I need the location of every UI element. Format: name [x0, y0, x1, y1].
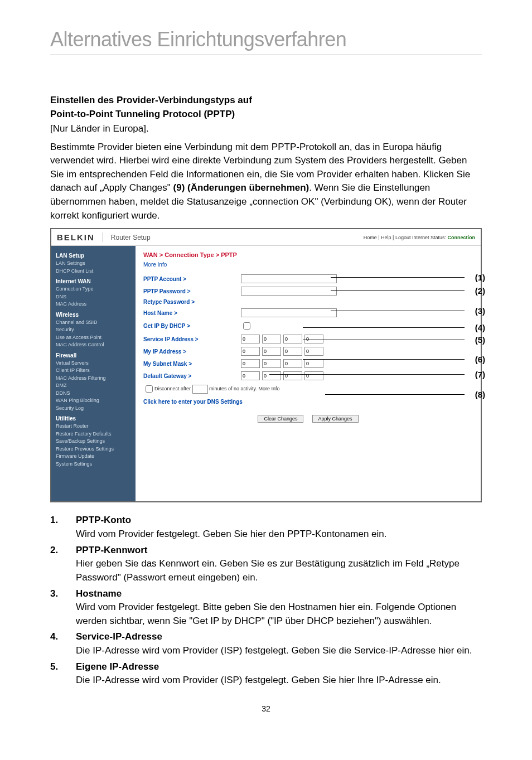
sidebar-item-mac[interactable]: MAC Address — [56, 301, 131, 308]
sidebar-item-vservers[interactable]: Virtual Servers — [56, 360, 131, 367]
sidebar-item-sys-settings[interactable]: System Settings — [56, 461, 131, 468]
sidebar-item-save-backup[interactable]: Save/Backup Settings — [56, 438, 131, 446]
label-retype-password: Retype Password > — [143, 299, 241, 305]
disc-a: Disconnect after — [154, 386, 192, 391]
desc-2: Hier geben Sie das Kennwort ein. Geben S… — [76, 557, 482, 584]
sidebar-item-ipfilters[interactable]: Client IP Filters — [56, 367, 131, 375]
label-subnet: My Subnet Mask > — [143, 361, 241, 367]
sidebar-item-restore-prev[interactable]: Restore Previous Settings — [56, 446, 131, 453]
sidebar-item-pingblock[interactable]: WAN Ping Blocking — [56, 397, 131, 405]
disconnect-checkbox[interactable] — [146, 385, 153, 393]
internet-status: Connection — [448, 235, 476, 240]
annotation-1: (1) — [475, 273, 485, 282]
sidebar-item-fw-update[interactable]: Firmware Update — [56, 453, 131, 461]
num-2: 2. — [50, 544, 76, 585]
num-4: 4. — [50, 630, 76, 657]
label-get-ip-dhcp: Get IP By DHCP > — [143, 323, 241, 329]
sidebar-item-lan-settings[interactable]: LAN Settings — [56, 260, 131, 268]
sidebar-item-dhcp-list[interactable]: DHCP Client List — [56, 268, 131, 275]
annotation-7: (7) — [475, 370, 485, 379]
service-ip-3[interactable] — [283, 335, 302, 343]
annotation-8: (8) — [475, 390, 485, 399]
host-name-input[interactable] — [241, 308, 337, 317]
annotation-4: (4) — [475, 323, 485, 332]
subnet-2[interactable] — [262, 359, 281, 368]
section-paragraph: Bestimmte Provider bieten eine Verbindun… — [50, 141, 482, 223]
sidebar-cat-lan: LAN Setup — [56, 251, 131, 260]
disc-b: minutes of no activity. More Info — [208, 386, 280, 391]
gw-1[interactable] — [241, 371, 260, 380]
ss-header: BELKIN Router Setup Home | Help | Logout… — [51, 229, 481, 246]
label-gateway: Default Gateway > — [143, 373, 241, 379]
subnet-3[interactable] — [283, 359, 302, 368]
dns-settings-link[interactable]: Click here to enter your DNS Settings — [143, 399, 473, 405]
sidebar-item-security[interactable]: Security — [56, 326, 131, 334]
gw-3[interactable] — [283, 371, 302, 380]
sidebar-item-dns[interactable]: DNS — [56, 293, 131, 301]
sidebar-item-dmz[interactable]: DMZ — [56, 382, 131, 390]
my-ip-1[interactable] — [241, 347, 260, 356]
more-info-link[interactable]: More Info — [143, 262, 473, 268]
desc-4: Die IP-Adresse wird vom Provider (ISP) f… — [76, 644, 482, 658]
annotation-2: (2) — [475, 286, 485, 296]
apply-changes-button[interactable]: Apply Changes — [312, 415, 359, 423]
subnet-4[interactable] — [304, 359, 323, 368]
pptp-account-input[interactable] — [241, 274, 337, 283]
disconnect-minutes-input[interactable] — [192, 385, 208, 394]
service-ip-1[interactable] — [241, 335, 260, 343]
section-heading-line1: Einstellen des Provider-Verbindungstyps … — [50, 94, 482, 107]
sidebar-item-restart[interactable]: Restart Router — [56, 423, 131, 430]
annotation-6: (6) — [475, 355, 485, 364]
gw-4[interactable] — [304, 371, 323, 380]
my-ip-3[interactable] — [283, 347, 302, 356]
desc-1: Wird vom Provider festgelegt. Geben Sie … — [76, 527, 482, 541]
sidebar-item-restore-factory[interactable]: Restore Factory Defaults — [56, 430, 131, 438]
disconnect-row: Disconnect after minutes of no activity.… — [143, 384, 473, 394]
label-pptp-account: PPTP Account > — [143, 276, 241, 282]
service-ip-2[interactable] — [262, 335, 281, 343]
section-heading-line2: Point-to-Point Tunneling Protocol (PPTP) — [50, 108, 482, 121]
sidebar-cat-wan: Internet WAN — [56, 277, 131, 285]
belkin-logo: BELKIN — [57, 233, 103, 242]
label-service-ip: Service IP Address > — [143, 336, 241, 342]
service-ip-4[interactable] — [304, 335, 323, 343]
label-host-name: Host Name > — [143, 310, 241, 316]
sidebar-item-mac-ctrl[interactable]: MAC Address Control — [56, 341, 131, 349]
sidebar-item-conn-type[interactable]: Connection Type — [56, 285, 131, 293]
annotation-5: (5) — [475, 335, 485, 345]
breadcrumb: WAN > Connection Type > PPTP — [143, 251, 473, 258]
sidebar-item-macfilter[interactable]: MAC Address Filtering — [56, 375, 131, 383]
ss-sidebar: LAN Setup LAN Settings DHCP Client List … — [51, 246, 136, 501]
ss-top-links: Home | Help | Logout Internet Status: Co… — [364, 235, 475, 240]
num-1: 1. — [50, 514, 76, 541]
my-ip-2[interactable] — [262, 347, 281, 356]
sidebar-cat-firewall: Firewall — [56, 351, 131, 360]
sidebar-item-channel[interactable]: Channel and SSID — [56, 319, 131, 327]
pptp-password-input[interactable] — [241, 287, 337, 296]
ss-title: Router Setup — [103, 234, 151, 241]
top-links-text[interactable]: Home | Help | Logout Internet Status: — [364, 235, 448, 240]
sidebar-item-seclog[interactable]: Security Log — [56, 405, 131, 413]
my-ip-4[interactable] — [304, 347, 323, 356]
desc-5: Die IP-Adresse wird vom Provider (ISP) f… — [76, 674, 482, 688]
title-3: Hostname — [76, 587, 482, 601]
clear-changes-button[interactable]: Clear Changes — [258, 415, 303, 423]
get-ip-dhcp-checkbox[interactable] — [243, 322, 250, 330]
title-4: Service-IP-Adresse — [76, 630, 482, 644]
section-sub: [Nur Länder in Europa]. — [50, 122, 482, 136]
subnet-1[interactable] — [241, 359, 260, 368]
sidebar-item-ddns[interactable]: DDNS — [56, 390, 131, 398]
numbered-list: 1. PPTP-Konto Wird vom Provider festgele… — [50, 514, 482, 688]
num-3: 3. — [50, 587, 76, 628]
title-5: Eigene IP-Adresse — [76, 660, 482, 674]
gw-2[interactable] — [262, 371, 281, 380]
sidebar-item-ap[interactable]: Use as Access Point — [56, 334, 131, 342]
page-title: Alternatives Einrichtungsverfahren — [50, 28, 482, 51]
sidebar-cat-utilities: Utilities — [56, 414, 131, 423]
label-pptp-password: PPTP Password > — [143, 288, 241, 294]
router-screenshot: BELKIN Router Setup Home | Help | Logout… — [50, 228, 482, 502]
num-5: 5. — [50, 660, 76, 688]
title-2: PPTP-Kennwort — [76, 544, 482, 558]
ss-main: WAN > Connection Type > PPTP More Info P… — [136, 246, 481, 501]
desc-3: Wird vom Provider festgelegt. Bitte gebe… — [76, 601, 482, 628]
